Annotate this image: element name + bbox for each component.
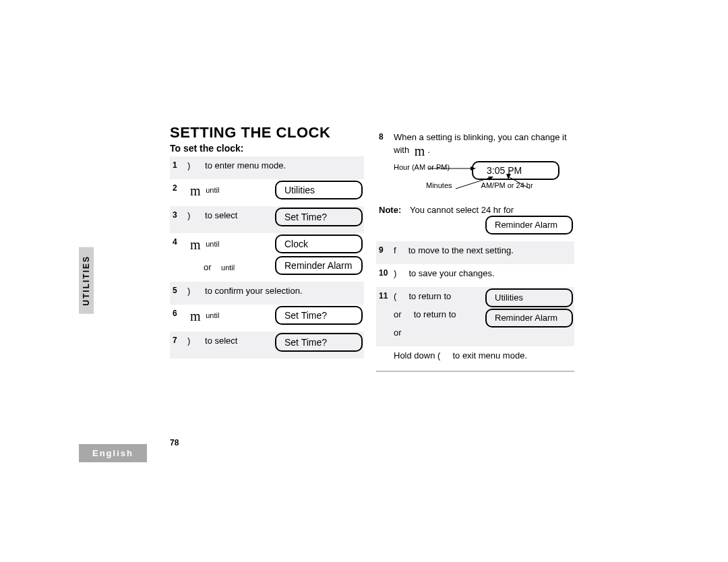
step-sym: ) — [187, 286, 190, 296]
step-hold: Hold down ( to exit menu mode. — [376, 346, 574, 369]
lcd-utilities: Utilities — [485, 288, 573, 307]
hold-t2: to exit menu mode. — [452, 350, 527, 361]
step-num: 1 — [173, 160, 177, 170]
step-num: 10 — [379, 268, 388, 278]
step-text2: with — [394, 145, 409, 155]
m-icon: m — [415, 144, 425, 159]
lcd-settime: Set Time? — [275, 333, 363, 352]
lcd-reminder: Reminder Alarm — [485, 216, 573, 235]
step-6: 6 m until Set Time? — [170, 305, 364, 332]
step-text: to return to — [408, 291, 451, 301]
step-until: until — [206, 240, 219, 248]
arrow-icon — [429, 164, 476, 177]
step-or: or — [204, 262, 212, 272]
lcd-settime: Set Time? — [275, 208, 363, 226]
step-num: 2 — [173, 183, 177, 193]
step-11: 11 ( to return to Utilities or to return… — [376, 287, 574, 346]
step-until: until — [221, 263, 235, 272]
step-9: 9 f to move to the next setting. — [376, 241, 574, 264]
step-10: 10 ) to save your changes. — [376, 264, 574, 287]
arrow-icon — [504, 174, 534, 193]
step-text: to select — [205, 336, 237, 346]
step-num: 4 — [173, 237, 177, 247]
step-sym: ) — [187, 336, 190, 346]
step-5: 5 ) to confirm your selection. — [170, 282, 364, 305]
step-3: 3 ) to select Set Time? — [170, 206, 364, 233]
lcd-reminder: Reminder Alarm — [275, 256, 363, 275]
step-sym: ) — [187, 210, 190, 220]
step-sym: ( — [394, 291, 396, 301]
side-tab-english: English — [79, 444, 147, 462]
svg-line-2 — [456, 178, 489, 189]
step-text: to move to the next setting. — [408, 245, 514, 255]
time-min-label: Minutes — [426, 181, 452, 189]
step-4: 4 m until Clock or until Reminder Alarm — [170, 233, 364, 282]
note-text: You cannot select 24 hr for — [410, 205, 514, 215]
step-2: 2 m until Utilities — [170, 179, 364, 206]
column-right: 8 When a setting is blinking, you can ch… — [376, 128, 574, 379]
page-title: SETTING THE CLOCK — [170, 124, 330, 142]
m-icon: m — [190, 309, 201, 324]
step-1: 1 ) to enter menu mode. — [170, 156, 364, 179]
svg-line-4 — [508, 177, 530, 189]
svg-marker-5 — [506, 174, 511, 179]
step-text: When a setting is blinking, you can chan… — [394, 132, 567, 142]
step-sym: f — [394, 245, 396, 255]
step-num: 3 — [173, 210, 177, 220]
lcd-reminder: Reminder Alarm — [485, 309, 573, 327]
svg-marker-1 — [471, 166, 476, 170]
step-text: to confirm your selection. — [205, 286, 303, 296]
step-text: to select — [205, 210, 237, 220]
step-note: Note: You cannot select 24 hr for Remind… — [376, 201, 574, 241]
m-icon: m — [190, 183, 201, 199]
step-num: 6 — [173, 309, 177, 318]
step-num: 8 — [379, 132, 384, 142]
step-7: 7 ) to select Set Time? — [170, 332, 364, 358]
step-text2: to return to — [414, 309, 456, 319]
m-icon: m — [190, 237, 201, 253]
lcd-settime: Set Time? — [275, 306, 363, 325]
step-8: 8 When a setting is blinking, you can ch… — [376, 128, 574, 163]
step-num: 11 — [379, 291, 388, 301]
lcd-clock: Clock — [275, 235, 363, 253]
step-sym: ) — [394, 268, 396, 278]
side-tab-utilities: UTILITIES — [79, 247, 94, 314]
step-num: 5 — [173, 286, 177, 295]
section-divider — [376, 371, 574, 372]
step-or2: or — [394, 327, 572, 338]
arrow-icon — [456, 177, 496, 193]
step-text: to save your changes. — [408, 268, 494, 278]
page-subtitle: To set the clock: — [170, 143, 243, 154]
page-number: 78 — [170, 438, 179, 447]
column-left: 1 ) to enter menu mode. 2 m until Utilit… — [170, 156, 364, 358]
step-until: until — [206, 311, 219, 319]
note-label: Note: — [379, 205, 401, 215]
lcd-utilities: Utilities — [275, 181, 363, 199]
step-or: or — [394, 309, 402, 319]
step-sym: ) — [187, 160, 190, 170]
step-num: 7 — [173, 336, 177, 345]
step-text: to enter menu mode. — [205, 160, 286, 170]
step-until: until — [206, 186, 219, 194]
hold-t1: Hold down ( — [394, 350, 440, 361]
svg-marker-3 — [488, 177, 493, 181]
step-num: 9 — [379, 245, 384, 255]
